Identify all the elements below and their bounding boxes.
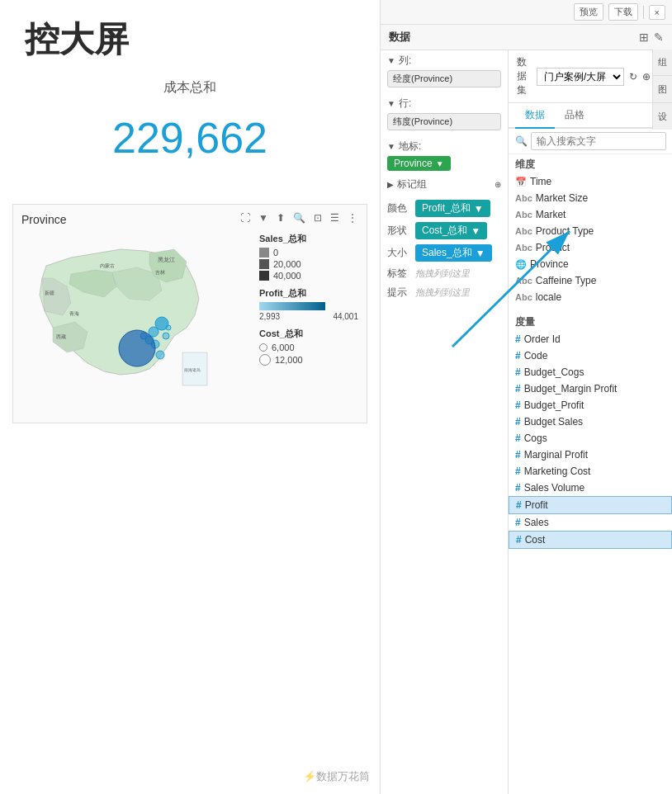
measure-name: Cogs [524,432,547,444]
measure-item-marketing-cost[interactable]: #Marketing Cost [509,463,672,480]
svg-text:新疆: 新疆 [45,290,54,295]
size-row: 大小 Sales_总和 ▼ [381,242,508,264]
edit-icon[interactable]: ✎ [654,31,664,44]
size-field-pill[interactable]: Sales_总和 ▼ [415,244,492,262]
dimensions-label: 维度 [509,154,672,173]
map-fullscreen-icon[interactable]: ⛶ [238,211,253,224]
measure-icon: # [515,399,521,411]
measure-item-sales[interactable]: #Sales [509,514,672,531]
mark-pill-text: Province [394,158,433,169]
config-panel: ▼列: 经度(Province) ▼行: 纬度(Province) ▼地标: [381,50,509,794]
measure-item-order-id[interactable]: #Order Id [509,331,672,347]
data-tabs: 数据 品格 [509,103,672,129]
color-label: 颜色 [387,201,410,215]
measure-item-budget_profit[interactable]: #Budget_Profit [509,397,672,414]
dimension-item-caffeine-type[interactable]: AbcCaffeine Type [509,272,672,289]
data-panel-header: 数据 ⊞ ✎ [381,25,672,50]
svg-text:黑龙江: 黑龙江 [158,257,175,262]
map-toolbar[interactable]: ⛶ ▼ ⬆ 🔍 ⊡ ☰ ⋮ [238,211,360,224]
measures-list: #Order Id#Code#Budget_Cogs#Budget_Margin… [509,331,672,549]
legend-cost-12k: 12,000 [275,355,303,365]
add-icon[interactable]: ⊞ [639,31,649,44]
dimension-item-market[interactable]: AbcMarket [509,206,672,223]
measure-item-cogs[interactable]: #Cogs [509,430,672,447]
svg-text:青海: 青海 [69,311,79,316]
map-filter-icon[interactable]: ▼ [256,211,271,224]
data-col: 组 图 设 数据集 门户案例/大屏 ↻ ⊕ ✎ 数据 品格 [509,50,672,794]
label-placeholder: 拖拽列到这里 [415,267,470,280]
search-input[interactable] [531,132,666,150]
measure-item-profit[interactable]: #Profit [509,496,672,514]
color-pill-arrow: ▼ [474,203,484,215]
data-panel-title: 数据 [389,30,410,45]
measure-name: Budget_Profit [524,399,584,411]
tooltip-placeholder: 拖拽列到这里 [415,286,470,299]
label-label: 标签 [387,267,410,281]
shape-field-pill[interactable]: Cost_总和 ▼ [415,222,487,239]
search-row: 🔍 ⋮ [509,129,672,154]
color-field-text: Profit_总和 [422,201,471,215]
measure-icon: # [515,482,521,494]
tab-data[interactable]: 数据 [515,103,555,129]
dataset-settings-icon[interactable]: ⊕ [642,71,651,83]
measure-item-cost[interactable]: #Cost [509,531,672,549]
close-btn[interactable]: × [649,5,665,20]
measure-icon: # [515,432,521,444]
dataset-refresh-icon[interactable]: ↻ [629,71,637,83]
size-field-text: Sales_总和 [422,246,472,260]
side-icon-chart[interactable]: 图 [653,77,672,103]
color-field-pill[interactable]: Profit_总和 ▼ [415,200,490,217]
measure-item-marginal-profit[interactable]: #Marginal Profit [509,447,672,463]
legend-sales-40k: 40,000 [273,271,301,281]
map-export-icon[interactable]: ⬆ [274,211,287,224]
size-pill-arrow: ▼ [476,248,485,259]
col-field-text: 经度(Province) [393,73,452,85]
measure-item-budget_margin-profit[interactable]: #Budget_Margin Profit [509,380,672,397]
col-field[interactable]: 经度(Province) [387,70,501,87]
measure-item-sales-volume[interactable]: #Sales Volume [509,480,672,496]
dimension-item-product[interactable]: AbcProduct [509,239,672,256]
mark-pill[interactable]: Province ▼ [387,156,451,171]
dataset-label: 数据集 [517,55,532,97]
tooltip-label: 提示 [387,286,410,300]
measure-item-budget-sales[interactable]: #Budget Sales [509,414,672,430]
measure-name: Code [524,350,548,362]
measure-name: Marketing Cost [524,466,591,477]
col-label: 列: [399,54,411,68]
dimension-item-market-size[interactable]: AbcMarket Size [509,190,672,206]
dim-name: Time [530,176,551,187]
measure-item-budget_cogs[interactable]: #Budget_Cogs [509,364,672,380]
tab-format[interactable]: 品格 [555,103,594,129]
download-btn[interactable]: 下载 [608,3,638,21]
measure-name: Sales Volume [524,482,584,494]
map-zoom-icon[interactable]: 🔍 [291,211,308,224]
shape-pill-arrow: ▼ [471,225,480,237]
dim-icon: Abc [515,243,532,253]
dimension-item-locale[interactable]: Abclocale [509,289,672,305]
side-icon-settings[interactable]: 设 [653,104,672,130]
map-list-icon[interactable]: ☰ [328,211,342,224]
dataset-select[interactable]: 门户案例/大屏 [537,68,624,86]
dim-icon: Abc [515,292,532,302]
map-more-icon[interactable]: ⋮ [345,211,360,224]
row-field-text: 纬度(Province) [393,116,452,128]
search-icon: 🔍 [515,135,528,147]
measure-icon: # [515,333,521,345]
preview-btn[interactable]: 预览 [574,3,603,21]
dimension-item-time[interactable]: 📅Time [509,173,672,190]
row-field[interactable]: 纬度(Province) [387,113,501,130]
dim-name: Product Type [536,225,594,237]
mark-group-icon[interactable]: ⊕ [495,180,501,189]
measure-item-code[interactable]: #Code [509,347,672,364]
legend-profit-min: 2,993 [259,312,280,321]
mark-pill-arrow: ▼ [436,159,444,168]
shape-label: 形状 [387,224,410,238]
measures-label: 度量 [509,312,672,331]
dimension-item-product-type[interactable]: AbcProduct Type [509,223,672,239]
dimension-item-province[interactable]: 🌐Province [509,256,672,272]
side-icon-group[interactable]: 组 [653,50,672,76]
dimensions-list: 📅TimeAbcMarket SizeAbcMarketAbcProduct T… [509,173,672,305]
measure-name: Budget Sales [524,416,583,428]
map-frame-icon[interactable]: ⊡ [311,211,324,224]
measure-icon: # [515,366,521,378]
